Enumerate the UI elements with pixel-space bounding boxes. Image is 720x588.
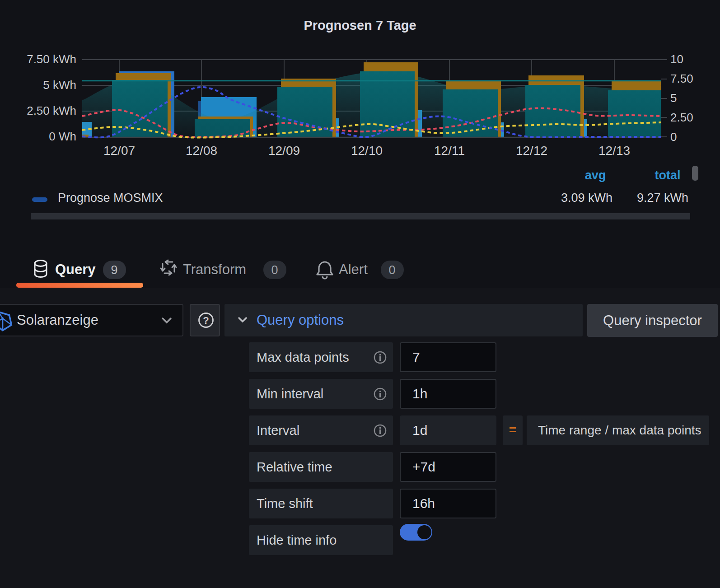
svg-text:12/09: 12/09 xyxy=(268,144,300,158)
svg-text:12/10: 12/10 xyxy=(351,144,383,158)
svg-text:Query: Query xyxy=(55,261,96,277)
svg-text:Alert: Alert xyxy=(339,261,368,277)
svg-text:5 kWh: 5 kWh xyxy=(43,78,76,92)
svg-text:0: 0 xyxy=(670,130,677,144)
svg-text:7.50 kWh: 7.50 kWh xyxy=(27,52,76,66)
svg-text:7.50: 7.50 xyxy=(670,72,693,85)
svg-text:Prognose MOSMIX: Prognose MOSMIX xyxy=(58,191,163,205)
svg-text:0: 0 xyxy=(271,263,278,277)
svg-text:0 Wh: 0 Wh xyxy=(49,130,76,143)
svg-text:12/13: 12/13 xyxy=(598,144,630,158)
svg-text:12/08: 12/08 xyxy=(186,144,217,158)
svg-text:0: 0 xyxy=(388,263,395,277)
svg-text:12/12: 12/12 xyxy=(516,144,547,158)
svg-text:12/11: 12/11 xyxy=(434,144,465,158)
svg-text:9: 9 xyxy=(111,263,117,277)
svg-text:Prognosen 7 Tage: Prognosen 7 Tage xyxy=(304,18,416,33)
svg-text:2.50 kWh: 2.50 kWh xyxy=(27,104,76,117)
svg-text:avg: avg xyxy=(585,168,606,182)
svg-text:Transform: Transform xyxy=(183,261,246,277)
svg-text:10: 10 xyxy=(670,52,683,66)
svg-text:total: total xyxy=(655,168,681,182)
svg-text:5: 5 xyxy=(670,91,677,105)
svg-text:?: ? xyxy=(203,315,209,326)
svg-text:12/07: 12/07 xyxy=(103,144,135,158)
svg-text:9.27 kWh: 9.27 kWh xyxy=(637,191,688,205)
svg-text:3.09 kWh: 3.09 kWh xyxy=(561,191,612,205)
svg-text:2.50: 2.50 xyxy=(670,111,693,124)
